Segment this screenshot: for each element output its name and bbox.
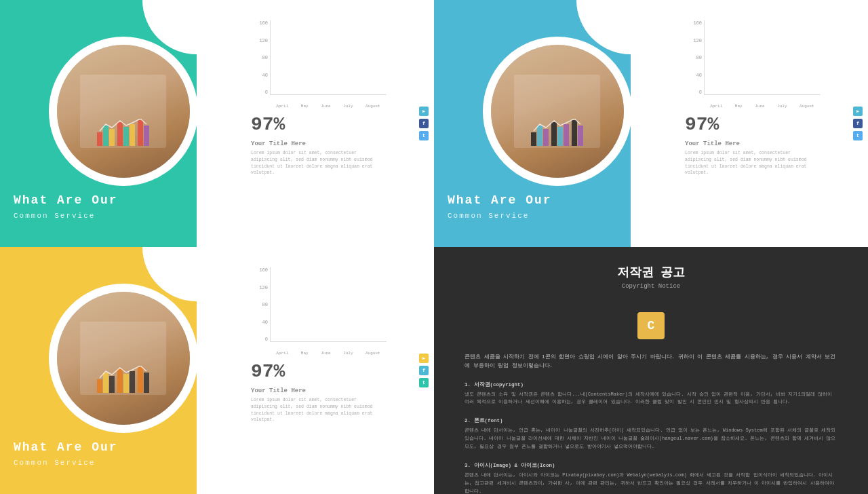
svg-rect-14	[572, 120, 577, 146]
copyright-icon: C	[637, 312, 665, 339]
copyright-header: 저작권 공고 Copyright Notice	[465, 264, 837, 300]
svg-rect-1	[103, 126, 108, 146]
social-icon-twitter-3[interactable]: t	[419, 378, 429, 387]
chart-2-y-labels: 16012080400	[685, 20, 702, 95]
chart-1-y-labels: 16012080400	[251, 20, 268, 95]
slide-3-subtitle: Common Service	[14, 459, 118, 467]
section-3-label: 3.	[465, 463, 474, 468]
slide-2-social-icons: ▶ f t	[853, 107, 863, 140]
slide-blue: What Are Our Common Service 16012080400	[434, 0, 868, 247]
svg-rect-15	[578, 126, 583, 146]
section-2-text: 콘텐츠 내에 단서이는, 언급 혼는, 네이아 나눔글꼴의 서진하추(아이) 세…	[465, 427, 837, 451]
slide-1-right-panel: 16012080400	[197, 0, 434, 247]
slide-1-subtitle: Common Service	[14, 212, 118, 220]
copyright-sections: 1. 서작권(copyright) 냈도 콘텐츠의 소유 및 서작권은 콘텐츠 …	[465, 377, 837, 495]
social-icon-facebook-3[interactable]: f	[419, 366, 429, 375]
slide-3-social-icons: ▶ f t	[419, 354, 429, 387]
section-1-title: 서작권(copyright)	[474, 382, 524, 387]
slide-1-content-title: Your Title Here	[251, 140, 420, 147]
chart-3-y-labels: 16012080400	[251, 267, 268, 342]
slide-teal-left-panel: What Are Our Common Service	[0, 0, 197, 247]
section-2-title: 폰트(font)	[474, 418, 503, 423]
svg-rect-10	[543, 129, 549, 146]
chart-1-x-labels: AprilMayJuneJulyAugust	[270, 104, 387, 109]
svg-rect-9	[537, 126, 542, 146]
slide-2-content-title: Your Title Here	[685, 140, 854, 147]
chart-3-bars	[270, 267, 387, 342]
copyright-intro: 콘텐츠 세콤을 시작하기 전에 1콘의 합면아 쇼링업 시에이 알아 주시기 바…	[465, 353, 837, 370]
slide-3-percent: 97%	[251, 361, 420, 382]
svg-rect-11	[551, 122, 557, 146]
svg-rect-17	[103, 373, 108, 393]
photo-content-2	[491, 45, 624, 178]
social-icon-video-2[interactable]: ▶	[853, 107, 863, 116]
slide-yellow-left-panel: What Are Our Common Service	[0, 247, 197, 494]
slide-1-social-icons: ▶ f t	[419, 107, 429, 140]
chart-2-x-labels: AprilMayJuneJulyAugust	[704, 104, 821, 109]
copyright-section-1: 1. 서작권(copyright) 냈도 콘텐츠의 소유 및 서작권은 콘텐츠 …	[465, 377, 837, 407]
slide-2-percent: 97%	[685, 114, 854, 135]
social-icon-twitter-2[interactable]: t	[853, 131, 863, 140]
chart-1: 16012080400	[251, 20, 387, 109]
slide-2-title: What Are Our	[448, 192, 552, 209]
slide-1-content-body: Lorem ipsum dolor sit amet, consectetuer…	[251, 150, 373, 176]
chart-3: 16012080400	[251, 267, 387, 356]
slide-copyright: 저작권 공고 Copyright Notice C 콘텐츠 세콤을 시작하기 전…	[434, 247, 868, 494]
slide-1-percent: 97%	[251, 114, 420, 135]
circle-photo-1	[49, 37, 198, 186]
svg-rect-6	[138, 120, 143, 146]
svg-rect-18	[109, 376, 115, 393]
social-icon-twitter[interactable]: t	[419, 131, 429, 140]
copyright-section-2: 2. 폰트(font) 콘텐츠 내에 단서이는, 언급 혼는, 네이아 나눔글꼴…	[465, 413, 837, 451]
svg-rect-7	[144, 126, 149, 146]
slide-3-right-panel: 16012080400	[197, 247, 434, 494]
chart-1-bars	[270, 20, 387, 95]
slide-3-content-body: Lorem ipsum dolor sit amet, consectetuer…	[251, 397, 373, 423]
svg-rect-21	[130, 371, 135, 393]
slide-3-content-title: Your Title Here	[251, 387, 420, 394]
copyright-icon-wrapper: C	[465, 305, 837, 346]
copyright-subtitle: Copyright Notice	[465, 283, 837, 290]
svg-rect-8	[531, 132, 536, 146]
social-icon-video-3[interactable]: ▶	[419, 354, 429, 363]
slide-2-subtitle: Common Service	[448, 212, 552, 220]
copyright-section-3: 3. 아이시(Image) & 아이코(Icon) 콘텐츠 내에 단서이는, 아…	[465, 458, 837, 494]
circle-photo-2	[483, 37, 632, 186]
photo-content-1	[57, 45, 190, 178]
slide-yellow: What Are Our Common Service 16012080400	[0, 247, 434, 494]
social-icon-facebook-2[interactable]: f	[853, 119, 863, 128]
slide-teal: What Are Our Common Service 16012080400	[0, 0, 434, 247]
chart-3-x-labels: AprilMayJuneJulyAugust	[270, 351, 387, 356]
slide-2-right-panel: 16012080400	[631, 0, 868, 247]
chart-2-bars	[704, 20, 821, 95]
svg-rect-16	[97, 379, 102, 393]
section-1-text: 냈도 콘텐츠의 소유 및 서작권은 콘텐츠 합니다...내(ContentsMa…	[465, 391, 837, 407]
social-icon-facebook[interactable]: f	[419, 119, 429, 128]
slide-3-title-area: What Are Our Common Service	[14, 439, 118, 467]
svg-rect-5	[130, 124, 135, 146]
svg-rect-3	[117, 122, 123, 146]
slide-1-title-area: What Are Our Common Service	[14, 192, 118, 220]
section-3-title: 아이시(Image) & 아이코(Icon)	[474, 463, 555, 468]
svg-rect-2	[109, 129, 115, 146]
svg-rect-0	[97, 132, 102, 146]
svg-rect-23	[144, 373, 149, 393]
slide-blue-left-panel: What Are Our Common Service	[434, 0, 631, 247]
svg-rect-13	[564, 124, 569, 146]
svg-rect-20	[123, 374, 129, 393]
svg-rect-4	[123, 127, 129, 146]
copyright-title: 저작권 공고	[465, 264, 837, 280]
slide-2-title-area: What Are Our Common Service	[448, 192, 552, 220]
social-icon-video[interactable]: ▶	[419, 107, 429, 116]
section-1-label: 1.	[465, 382, 474, 387]
slide-1-title: What Are Our	[14, 192, 118, 209]
svg-rect-22	[138, 367, 143, 393]
photo-content-3	[57, 292, 190, 425]
section-3-text: 콘텐츠 내에 단서이는, 아이시와 아이코는 Pixabay(pixabay.c…	[465, 472, 837, 494]
circle-photo-3	[49, 284, 198, 433]
section-2-label: 2.	[465, 418, 474, 423]
chart-2: 16012080400	[685, 20, 821, 109]
slide-3-title: What Are Our	[14, 439, 118, 456]
svg-rect-12	[557, 127, 563, 146]
slide-2-content-body: Lorem ipsum dolor sit amet, consectetuer…	[685, 150, 807, 176]
